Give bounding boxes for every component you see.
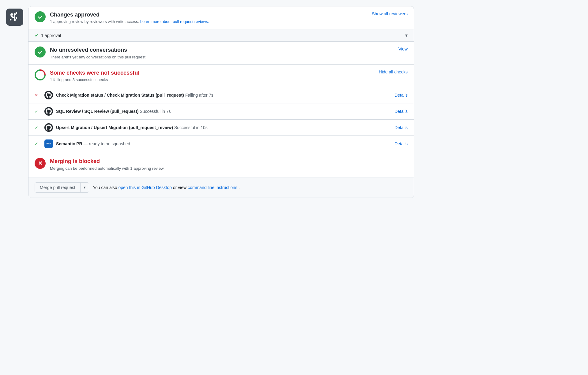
bottom-bar: Merge pull request ▾ You can also open t… bbox=[28, 177, 414, 198]
check-row: ✓ Upsert Migration / Upsert Migration (p… bbox=[28, 120, 414, 136]
no-conversations-check-icon bbox=[35, 46, 46, 58]
dropdown-chevron: ▾ bbox=[84, 185, 86, 190]
hide-all-checks-link[interactable]: Hide all checks bbox=[379, 69, 408, 74]
merging-blocked-content: Merging is blocked Merging can be perfor… bbox=[50, 158, 164, 170]
some-checks-content: Some checks were not successful 1 failin… bbox=[50, 69, 139, 82]
check-logo-github bbox=[44, 91, 53, 99]
check-row: ✕ Check Migration status / Check Migrati… bbox=[28, 87, 414, 103]
bottom-text: You can also open this in GitHub Desktop… bbox=[93, 185, 240, 190]
no-conversations-content: No unresolved conversations There aren't… bbox=[50, 46, 146, 59]
approval-bar[interactable]: ✓ 1 approval ▾ bbox=[28, 29, 414, 42]
merging-blocked-title: Merging is blocked bbox=[50, 158, 164, 165]
no-conversations-left: No unresolved conversations There aren't… bbox=[35, 46, 392, 59]
approval-left: ✓ 1 approval bbox=[35, 32, 61, 38]
svg-point-0 bbox=[14, 13, 16, 15]
changes-approved-subtitle: 1 approving review by reviewers with wri… bbox=[50, 19, 209, 24]
merging-blocked-section: ✕ Merging is blocked Merging can be perf… bbox=[28, 152, 414, 177]
merging-blocked-subtitle: Merging can be performed automatically w… bbox=[50, 166, 164, 171]
main-panel: Changes approved 1 approving review by r… bbox=[28, 6, 414, 198]
check-row-text: Upsert Migration / Upsert Migration (pul… bbox=[56, 125, 394, 130]
changes-approved-section: Changes approved 1 approving review by r… bbox=[28, 6, 414, 29]
merge-dropdown-button[interactable]: ▾ bbox=[80, 183, 89, 192]
check-fail-icon: ✕ bbox=[35, 93, 41, 98]
partial-check-icon bbox=[35, 69, 46, 81]
check-details-link[interactable]: Details bbox=[394, 109, 408, 114]
check-details-link[interactable]: Details bbox=[394, 125, 408, 130]
no-conversations-subtitle: There aren't yet any conversations on th… bbox=[50, 55, 146, 59]
check-logo-prs: PRS bbox=[44, 139, 53, 148]
open-github-desktop-link[interactable]: open this in GitHub Desktop bbox=[119, 185, 172, 190]
show-all-reviewers-wrapper: Show all reviewers bbox=[372, 11, 408, 16]
some-checks-subtitle: 1 failing and 3 successful checks bbox=[50, 77, 139, 82]
learn-more-link[interactable]: Learn more about pull request reviews. bbox=[140, 19, 209, 24]
approval-check-mark: ✓ bbox=[35, 32, 39, 38]
git-branch-icon bbox=[10, 12, 20, 22]
green-check-icon bbox=[35, 11, 46, 22]
show-all-reviewers-link[interactable]: Show all reviewers bbox=[372, 11, 408, 16]
merge-pull-request-button[interactable]: Merge pull request bbox=[35, 183, 80, 192]
some-checks-left: Some checks were not successful 1 failin… bbox=[35, 69, 373, 82]
some-checks-section: Some checks were not successful 1 failin… bbox=[28, 65, 414, 87]
svg-point-6 bbox=[37, 72, 43, 78]
svg-point-1 bbox=[11, 13, 13, 15]
svg-point-2 bbox=[14, 19, 16, 21]
check-row-text: SQL Review / SQL Review (pull_request) S… bbox=[56, 109, 394, 114]
approval-chevron: ▾ bbox=[405, 32, 408, 38]
view-link[interactable]: View bbox=[398, 46, 408, 51]
view-link-wrapper: View bbox=[398, 46, 408, 51]
no-conversations-title: No unresolved conversations bbox=[50, 46, 146, 54]
check-logo-github bbox=[44, 123, 53, 132]
check-details-link[interactable]: Details bbox=[394, 93, 408, 98]
red-x-icon: ✕ bbox=[35, 158, 46, 169]
approval-label: 1 approval bbox=[41, 33, 61, 38]
changes-approved-content: Changes approved 1 approving review by r… bbox=[50, 11, 209, 24]
check-pass-icon: ✓ bbox=[35, 125, 41, 130]
hide-all-checks-wrapper: Hide all checks bbox=[379, 69, 408, 74]
git-icon-wrapper bbox=[6, 9, 23, 26]
check-pass-icon: ✓ bbox=[35, 109, 41, 114]
no-conversations-section: No unresolved conversations There aren't… bbox=[28, 42, 414, 64]
check-row: ✓ PRS Semantic PR — ready to be squashed… bbox=[28, 136, 414, 152]
changes-approved-title: Changes approved bbox=[50, 11, 209, 18]
check-details-link[interactable]: Details bbox=[394, 141, 408, 146]
check-row-text: Semantic PR — ready to be squashed bbox=[56, 141, 394, 146]
some-checks-title: Some checks were not successful bbox=[50, 69, 139, 76]
command-line-link[interactable]: command line instructions bbox=[188, 185, 237, 190]
check-rows-container: ✕ Check Migration status / Check Migrati… bbox=[28, 87, 414, 152]
check-pass-icon: ✓ bbox=[35, 141, 41, 146]
merge-btn-group: Merge pull request ▾ bbox=[35, 182, 89, 193]
check-row-text: Check Migration status / Check Migration… bbox=[56, 93, 394, 98]
changes-approved-left: Changes approved 1 approving review by r… bbox=[35, 11, 366, 24]
check-logo-github bbox=[44, 107, 53, 116]
check-row: ✓ SQL Review / SQL Review (pull_request)… bbox=[28, 103, 414, 120]
